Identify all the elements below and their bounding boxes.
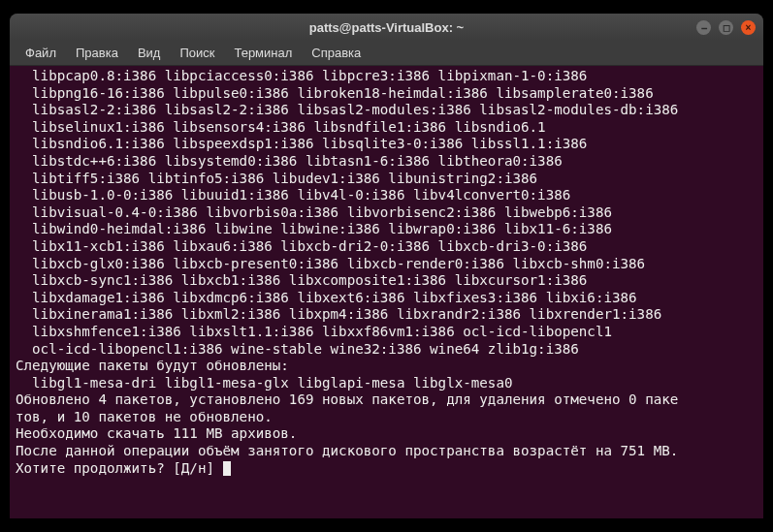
terminal-line: libvisual-0.4-0:i386 libvorbis0a:i386 li… — [16, 204, 757, 222]
terminal-line: Обновлено 4 пакетов, установлено 169 нов… — [16, 391, 757, 409]
terminal-line: После данной операции объём занятого дис… — [16, 443, 757, 460]
terminal-line: libselinux1:i386 libsensors4:i386 libsnd… — [16, 119, 757, 137]
terminal-line: libpcap0.8:i386 libpciaccess0:i386 libpc… — [16, 68, 757, 85]
minimize-button[interactable]: ‒ — [696, 20, 711, 35]
terminal-line: libx11-xcb1:i386 libxau6:i386 libxcb-dri… — [16, 238, 757, 256]
close-button[interactable]: × — [741, 20, 756, 35]
terminal-line: ocl-icd-libopencl1:i386 wine-stable wine… — [16, 341, 757, 359]
terminal-line: libxdamage1:i386 libxdmcp6:i386 libxext6… — [16, 290, 757, 307]
maximize-button[interactable]: ◻ — [719, 20, 733, 35]
terminal-line: тов, и 10 пакетов не обновлено. — [16, 409, 757, 426]
terminal-line: libusb-1.0-0:i386 libuuid1:i386 libv4l-0… — [16, 187, 757, 204]
terminal-output[interactable]: libpcap0.8:i386 libpciaccess0:i386 libpc… — [10, 66, 763, 518]
menu-help[interactable]: Справка — [304, 43, 369, 63]
menu-search[interactable]: Поиск — [172, 43, 222, 63]
cursor — [223, 461, 231, 476]
terminal-line: Необходимо скачать 111 MB архивов. — [16, 425, 757, 443]
window-title: patts@patts-VirtualBox: ~ — [309, 20, 464, 35]
terminal-line: Следующие пакеты будут обновлены: — [16, 358, 757, 375]
menubar: Файл Правка Вид Поиск Терминал Справка — [10, 41, 763, 66]
terminal-line: libxcb-sync1:i386 libxcb1:i386 libxcompo… — [16, 272, 757, 290]
terminal-line: libtiff5:i386 libtinfo5:i386 libudev1:i3… — [16, 171, 757, 188]
terminal-line: libstdc++6:i386 libsystemd0:i386 libtasn… — [16, 153, 757, 171]
terminal-line: libxshmfence1:i386 libxslt1.1:i386 libxx… — [16, 324, 757, 341]
menu-edit[interactable]: Правка — [68, 43, 126, 63]
terminal-line: libxcb-glx0:i386 libxcb-present0:i386 li… — [16, 256, 757, 273]
terminal-line: libxinerama1:i386 libxml2:i386 libxpm4:i… — [16, 306, 757, 324]
menu-view[interactable]: Вид — [130, 43, 169, 63]
menu-terminal[interactable]: Терминал — [226, 43, 300, 63]
terminal-line: libwind0-heimdal:i386 libwine libwine:i3… — [16, 221, 757, 238]
terminal-line: libsasl2-2:i386 libsasl2-2:i386 libsasl2… — [16, 102, 757, 119]
titlebar: patts@patts-VirtualBox: ~ ‒ ◻ × — [10, 14, 763, 41]
terminal-line: libpng16-16:i386 libpulse0:i386 libroken… — [16, 85, 757, 103]
terminal-window: patts@patts-VirtualBox: ~ ‒ ◻ × Файл Пра… — [10, 14, 763, 518]
terminal-line: libsndio6.1:i386 libspeexdsp1:i386 libsq… — [16, 136, 757, 153]
window-controls: ‒ ◻ × — [696, 20, 756, 35]
terminal-line: Хотите продолжить? [Д/н] — [16, 460, 757, 478]
terminal-line: libgl1-mesa-dri libgl1-mesa-glx libglapi… — [16, 375, 757, 392]
menu-file[interactable]: Файл — [17, 43, 64, 63]
